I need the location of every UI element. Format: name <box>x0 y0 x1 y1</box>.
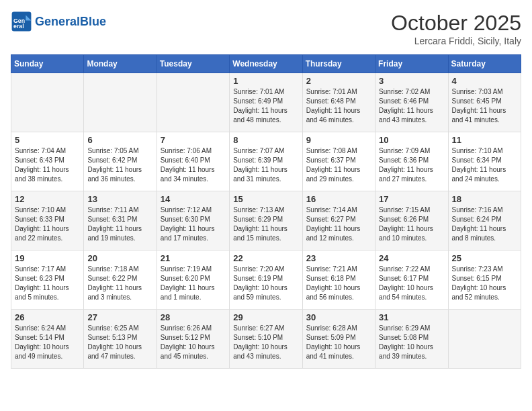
day-number: 5 <box>15 135 80 145</box>
calendar-cell: 24Sunrise: 7:22 AM Sunset: 6:17 PM Dayli… <box>375 250 448 310</box>
calendar-cell: 2Sunrise: 7:01 AM Sunset: 6:48 PM Daylig… <box>302 73 375 132</box>
calendar-cell: 14Sunrise: 7:12 AM Sunset: 6:30 PM Dayli… <box>157 191 229 250</box>
calendar-cell: 1Sunrise: 7:01 AM Sunset: 6:49 PM Daylig… <box>230 73 302 132</box>
calendar-cell: 26Sunrise: 6:24 AM Sunset: 5:14 PM Dayli… <box>11 310 84 369</box>
day-number: 20 <box>87 253 152 263</box>
header-tuesday: Tuesday <box>157 55 229 73</box>
calendar-cell: 6Sunrise: 7:05 AM Sunset: 6:42 PM Daylig… <box>84 132 157 191</box>
day-number: 18 <box>452 194 517 204</box>
logo-icon: Gen eral <box>11 11 32 32</box>
calendar-cell: 13Sunrise: 7:11 AM Sunset: 6:31 PM Dayli… <box>84 191 157 250</box>
day-info: Sunrise: 6:29 AM Sunset: 5:08 PM Dayligh… <box>379 324 444 361</box>
calendar-cell: 30Sunrise: 6:28 AM Sunset: 5:09 PM Dayli… <box>302 310 375 369</box>
day-number: 7 <box>161 135 226 145</box>
month-title: October 2025 <box>391 11 521 36</box>
day-info: Sunrise: 7:07 AM Sunset: 6:39 PM Dayligh… <box>233 146 298 184</box>
day-info: Sunrise: 7:20 AM Sunset: 6:19 PM Dayligh… <box>233 265 298 302</box>
header-sunday: Sunday <box>11 55 84 73</box>
calendar-cell <box>448 310 521 369</box>
calendar-cell: 18Sunrise: 7:16 AM Sunset: 6:24 PM Dayli… <box>448 191 521 250</box>
calendar-cell: 25Sunrise: 7:23 AM Sunset: 6:15 PM Dayli… <box>448 250 521 310</box>
calendar-cell <box>84 73 157 132</box>
day-info: Sunrise: 7:03 AM Sunset: 6:45 PM Dayligh… <box>452 87 517 125</box>
header-monday: Monday <box>84 55 157 73</box>
day-info: Sunrise: 7:23 AM Sunset: 6:15 PM Dayligh… <box>452 265 517 302</box>
calendar-header: SundayMondayTuesdayWednesdayThursdayFrid… <box>11 55 521 73</box>
day-number: 1 <box>233 76 298 86</box>
logo-text: GeneralBlue <box>35 15 106 29</box>
day-number: 8 <box>233 135 298 145</box>
calendar-cell <box>11 73 84 132</box>
day-info: Sunrise: 6:28 AM Sunset: 5:09 PM Dayligh… <box>306 324 371 361</box>
calendar-cell: 23Sunrise: 7:21 AM Sunset: 6:18 PM Dayli… <box>302 250 375 310</box>
day-number: 29 <box>233 312 298 322</box>
day-info: Sunrise: 7:08 AM Sunset: 6:37 PM Dayligh… <box>306 146 371 184</box>
day-info: Sunrise: 7:10 AM Sunset: 6:34 PM Dayligh… <box>452 146 517 184</box>
day-number: 19 <box>15 253 80 263</box>
day-number: 16 <box>306 194 371 204</box>
day-number: 24 <box>379 253 444 263</box>
day-number: 13 <box>87 194 152 204</box>
week-row-3: 12Sunrise: 7:10 AM Sunset: 6:33 PM Dayli… <box>11 191 521 250</box>
calendar-table: SundayMondayTuesdayWednesdayThursdayFrid… <box>11 54 521 369</box>
day-number: 9 <box>306 135 371 145</box>
calendar-cell: 5Sunrise: 7:04 AM Sunset: 6:43 PM Daylig… <box>11 132 84 191</box>
day-number: 2 <box>306 76 371 86</box>
svg-text:eral: eral <box>13 23 24 30</box>
day-info: Sunrise: 7:11 AM Sunset: 6:31 PM Dayligh… <box>87 205 152 243</box>
calendar-cell: 15Sunrise: 7:13 AM Sunset: 6:29 PM Dayli… <box>230 191 302 250</box>
day-info: Sunrise: 6:26 AM Sunset: 5:12 PM Dayligh… <box>161 324 226 361</box>
day-info: Sunrise: 7:21 AM Sunset: 6:18 PM Dayligh… <box>306 265 371 302</box>
week-row-4: 19Sunrise: 7:17 AM Sunset: 6:23 PM Dayli… <box>11 250 521 310</box>
header-saturday: Saturday <box>448 55 521 73</box>
day-info: Sunrise: 7:09 AM Sunset: 6:36 PM Dayligh… <box>379 146 444 184</box>
day-number: 4 <box>452 76 517 86</box>
week-row-5: 26Sunrise: 6:24 AM Sunset: 5:14 PM Dayli… <box>11 310 521 369</box>
calendar-cell: 28Sunrise: 6:26 AM Sunset: 5:12 PM Dayli… <box>157 310 229 369</box>
day-info: Sunrise: 7:13 AM Sunset: 6:29 PM Dayligh… <box>233 205 298 243</box>
day-number: 21 <box>161 253 226 263</box>
day-number: 23 <box>306 253 371 263</box>
day-number: 15 <box>233 194 298 204</box>
calendar-cell: 8Sunrise: 7:07 AM Sunset: 6:39 PM Daylig… <box>230 132 302 191</box>
day-number: 28 <box>161 312 226 322</box>
day-info: Sunrise: 7:19 AM Sunset: 6:20 PM Dayligh… <box>161 265 226 302</box>
day-info: Sunrise: 7:12 AM Sunset: 6:30 PM Dayligh… <box>161 205 226 243</box>
day-info: Sunrise: 7:18 AM Sunset: 6:22 PM Dayligh… <box>87 265 152 302</box>
day-info: Sunrise: 7:01 AM Sunset: 6:48 PM Dayligh… <box>306 87 371 125</box>
day-number: 17 <box>379 194 444 204</box>
calendar-cell: 7Sunrise: 7:06 AM Sunset: 6:40 PM Daylig… <box>157 132 229 191</box>
day-info: Sunrise: 7:06 AM Sunset: 6:40 PM Dayligh… <box>161 146 226 184</box>
day-info: Sunrise: 7:05 AM Sunset: 6:42 PM Dayligh… <box>87 146 152 184</box>
day-info: Sunrise: 6:25 AM Sunset: 5:13 PM Dayligh… <box>87 324 152 361</box>
day-info: Sunrise: 7:22 AM Sunset: 6:17 PM Dayligh… <box>379 265 444 302</box>
location: Lercara Friddi, Sicily, Italy <box>391 36 521 46</box>
calendar-cell: 31Sunrise: 6:29 AM Sunset: 5:08 PM Dayli… <box>375 310 448 369</box>
calendar-cell: 19Sunrise: 7:17 AM Sunset: 6:23 PM Dayli… <box>11 250 84 310</box>
week-row-1: 1Sunrise: 7:01 AM Sunset: 6:49 PM Daylig… <box>11 73 521 132</box>
day-info: Sunrise: 7:04 AM Sunset: 6:43 PM Dayligh… <box>15 146 80 184</box>
day-number: 31 <box>379 312 444 322</box>
calendar-cell: 27Sunrise: 6:25 AM Sunset: 5:13 PM Dayli… <box>84 310 157 369</box>
day-number: 30 <box>306 312 371 322</box>
calendar-body: 1Sunrise: 7:01 AM Sunset: 6:49 PM Daylig… <box>11 73 521 369</box>
day-number: 11 <box>452 135 517 145</box>
header-row: SundayMondayTuesdayWednesdayThursdayFrid… <box>11 55 521 73</box>
calendar-cell: 22Sunrise: 7:20 AM Sunset: 6:19 PM Dayli… <box>230 250 302 310</box>
calendar-cell: 16Sunrise: 7:14 AM Sunset: 6:27 PM Dayli… <box>302 191 375 250</box>
header-wednesday: Wednesday <box>230 55 302 73</box>
calendar-cell: 17Sunrise: 7:15 AM Sunset: 6:26 PM Dayli… <box>375 191 448 250</box>
calendar-cell: 20Sunrise: 7:18 AM Sunset: 6:22 PM Dayli… <box>84 250 157 310</box>
calendar-cell: 4Sunrise: 7:03 AM Sunset: 6:45 PM Daylig… <box>448 73 521 132</box>
day-number: 22 <box>233 253 298 263</box>
calendar-cell: 12Sunrise: 7:10 AM Sunset: 6:33 PM Dayli… <box>11 191 84 250</box>
calendar-cell: 10Sunrise: 7:09 AM Sunset: 6:36 PM Dayli… <box>375 132 448 191</box>
calendar-cell: 21Sunrise: 7:19 AM Sunset: 6:20 PM Dayli… <box>157 250 229 310</box>
logo: Gen eral GeneralBlue <box>11 11 106 32</box>
day-info: Sunrise: 7:10 AM Sunset: 6:33 PM Dayligh… <box>15 205 80 243</box>
day-info: Sunrise: 7:02 AM Sunset: 6:46 PM Dayligh… <box>379 87 444 125</box>
calendar-cell: 3Sunrise: 7:02 AM Sunset: 6:46 PM Daylig… <box>375 73 448 132</box>
calendar-cell <box>157 73 229 132</box>
day-number: 6 <box>87 135 152 145</box>
day-number: 3 <box>379 76 444 86</box>
